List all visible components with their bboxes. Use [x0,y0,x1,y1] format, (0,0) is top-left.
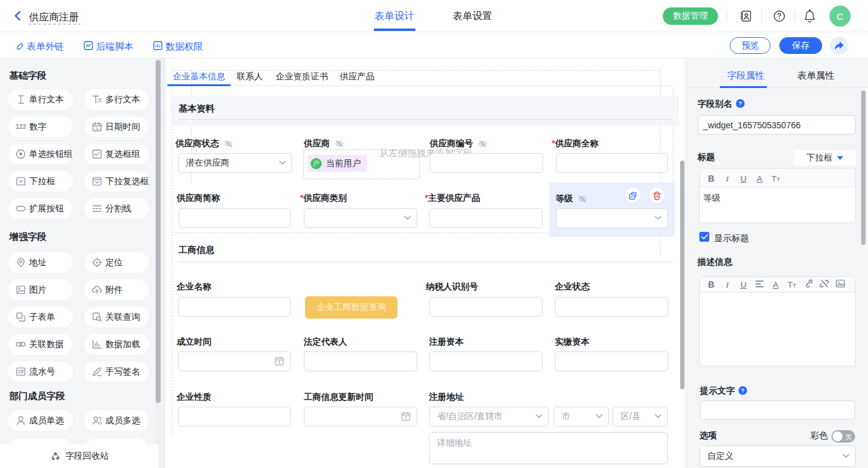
svg-text:?: ? [738,100,742,107]
svg-text:?: ? [741,387,745,394]
